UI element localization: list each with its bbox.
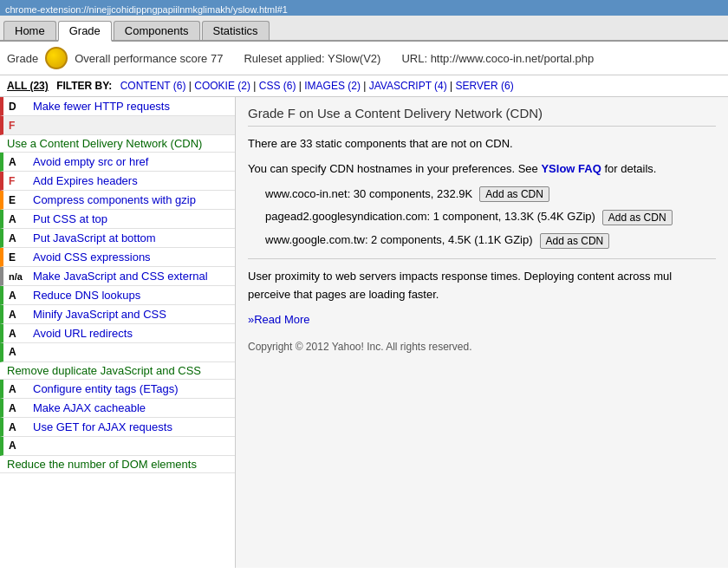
- grade-badge: A: [9, 156, 33, 168]
- cdn-list: www.coco-in.net: 30 components, 232.9K A…: [265, 186, 716, 250]
- item-label: Minify JavaScript and CSS: [33, 308, 166, 321]
- tab-home[interactable]: Home: [3, 21, 56, 40]
- panel-body: There are 33 static components that are …: [248, 135, 716, 356]
- cdn-item-text: www.coco-in.net: 30 components, 232.9K: [265, 186, 472, 204]
- list-item[interactable]: A: [0, 437, 235, 456]
- item-label: Add Expires headers: [33, 174, 138, 187]
- sidebar-item-remove-dups[interactable]: Remove duplicate JavaScript and CSS: [0, 362, 235, 380]
- tab-components[interactable]: Components: [114, 21, 200, 40]
- grade-badge: n/a: [9, 271, 33, 282]
- grade-label: Grade: [7, 52, 38, 65]
- item-label: Avoid empty src or href: [33, 155, 148, 168]
- grade-badge: A: [9, 328, 33, 340]
- grade-badge: A: [9, 309, 33, 321]
- list-item[interactable]: F: [0, 116, 235, 135]
- ruleset-text: Ruleset applied: YSlow(V2): [244, 52, 380, 65]
- list-item[interactable]: A Put CSS at top: [0, 210, 235, 229]
- item-label: Avoid CSS expressions: [33, 251, 151, 264]
- url-text: URL: http://www.coco-in.net/portal.php: [401, 52, 594, 65]
- filter-content[interactable]: CONTENT (6): [120, 80, 186, 92]
- grade-badge: A: [9, 402, 33, 414]
- item-label: Reduce DNS lookups: [33, 289, 140, 302]
- yslow-faq-link[interactable]: YSlow FAQ: [541, 162, 601, 175]
- item-label: Use GET for AJAX requests: [33, 420, 172, 433]
- divider: [248, 258, 716, 259]
- filter-all[interactable]: ALL (23): [7, 80, 49, 92]
- cdn-item-text: www.google.com.tw: 2 components, 4.5K (1…: [265, 231, 533, 250]
- add-cdn-button-1[interactable]: Add as CDN: [479, 186, 549, 202]
- filter-javascript[interactable]: JAVASCRIPT (4): [369, 80, 447, 92]
- tab-bar: Home Grade Components Statistics: [0, 16, 728, 42]
- item-label: Put JavaScript at bottom: [33, 231, 156, 244]
- list-item[interactable]: n/a Make JavaScript and CSS external: [0, 267, 235, 286]
- list-item[interactable]: A Make AJAX cacheable: [0, 399, 235, 418]
- filter-server[interactable]: SERVER (6): [456, 80, 514, 92]
- list-item[interactable]: A Put JavaScript at bottom: [0, 229, 235, 248]
- cdn-item-text: pagead2.googlesyndication.com: 1 compone…: [265, 208, 595, 226]
- item-label: Put CSS at top: [33, 212, 107, 225]
- item-label: Make JavaScript and CSS external: [33, 270, 208, 283]
- add-cdn-button-3[interactable]: Add as CDN: [540, 233, 610, 249]
- item-label: Make fewer HTTP requests: [33, 100, 170, 113]
- item-label: Use a Content Delivery Network (CDN): [7, 137, 202, 150]
- filter-label: FILTER BY:: [56, 80, 112, 92]
- tab-grade[interactable]: Grade: [58, 21, 112, 42]
- score-text: Overall performance score 77: [75, 52, 223, 65]
- chrome-url: chrome-extension://ninejjcohidippngpapii…: [5, 4, 288, 15]
- list-item[interactable]: D Make fewer HTTP requests: [0, 97, 235, 116]
- filter-css[interactable]: CSS (6): [259, 80, 296, 92]
- para2: You can specify CDN hostnames in your pr…: [248, 160, 716, 179]
- read-more-link[interactable]: »Read More: [248, 313, 310, 326]
- grade-badge: A: [9, 290, 33, 302]
- tab-statistics[interactable]: Statistics: [202, 21, 270, 40]
- sidebar-item-cdn[interactable]: Use a Content Delivery Network (CDN): [0, 135, 235, 153]
- sidebar-item-reduce-dom[interactable]: Reduce the number of DOM elements: [0, 456, 235, 473]
- item-label: Make AJAX cacheable: [33, 401, 146, 414]
- grade-badge: A: [9, 383, 33, 395]
- panel-title: Grade F on Use a Content Delivery Networ…: [248, 106, 716, 127]
- item-label: Remove duplicate JavaScript and CSS: [7, 364, 201, 377]
- grade-badge: F: [9, 120, 33, 132]
- grade-badge: A: [9, 421, 33, 433]
- cdn-item: www.google.com.tw: 2 components, 4.5K (1…: [265, 231, 716, 250]
- cdn-item: www.coco-in.net: 30 components, 232.9K A…: [265, 186, 716, 204]
- para2-suffix: for details.: [604, 162, 656, 175]
- description-text: User proximity to web servers impacts re…: [248, 268, 716, 304]
- list-item[interactable]: A Minify JavaScript and CSS: [0, 305, 235, 324]
- copyright-text: Copyright © 2012 Yahoo! Inc. All rights …: [248, 339, 716, 355]
- para2-text: You can specify CDN hostnames in your pr…: [248, 162, 538, 175]
- grade-badge: D: [9, 101, 33, 113]
- list-item[interactable]: F Add Expires headers: [0, 172, 235, 191]
- grade-header: Grade Overall performance score 77 Rules…: [0, 42, 728, 75]
- filter-cookie[interactable]: COOKIE (2): [194, 80, 250, 92]
- list-item[interactable]: E Compress components with gzip: [0, 191, 235, 210]
- grade-badge: F: [9, 175, 33, 187]
- item-label: Compress components with gzip: [33, 193, 196, 206]
- grade-badge: A: [9, 440, 33, 452]
- right-panel: Grade F on Use a Content Delivery Networ…: [236, 97, 728, 568]
- main-content: D Make fewer HTTP requests F Use a Conte…: [0, 97, 728, 568]
- grade-badge: E: [9, 194, 33, 206]
- grade-badge: A: [9, 213, 33, 225]
- filter-bar: ALL (23) FILTER BY: CONTENT (6) | COOKIE…: [0, 75, 728, 97]
- list-item[interactable]: A Reduce DNS lookups: [0, 286, 235, 305]
- list-item[interactable]: A Use GET for AJAX requests: [0, 418, 235, 437]
- grade-circle-icon: [45, 47, 68, 69]
- sidebar: D Make fewer HTTP requests F Use a Conte…: [0, 97, 236, 568]
- list-item[interactable]: A Avoid URL redirects: [0, 324, 235, 343]
- list-item[interactable]: A Avoid empty src or href: [0, 153, 235, 172]
- list-item[interactable]: E Avoid CSS expressions: [0, 248, 235, 267]
- list-item[interactable]: A Configure entity tags (ETags): [0, 380, 235, 399]
- grade-badge: A: [9, 232, 33, 244]
- item-label: Reduce the number of DOM elements: [7, 458, 197, 471]
- grade-badge: E: [9, 251, 33, 264]
- list-item[interactable]: A: [0, 343, 235, 362]
- item-label: Avoid URL redirects: [33, 327, 133, 340]
- cdn-item: pagead2.googlesyndication.com: 1 compone…: [265, 208, 716, 226]
- chrome-bar: chrome-extension://ninejjcohidippngpapii…: [0, 0, 728, 16]
- para1: There are 33 static components that are …: [248, 135, 716, 153]
- filter-images[interactable]: IMAGES (2): [304, 80, 361, 92]
- add-cdn-button-2[interactable]: Add as CDN: [602, 210, 673, 225]
- item-label: Configure entity tags (ETags): [33, 382, 179, 395]
- grade-badge: A: [9, 346, 33, 358]
